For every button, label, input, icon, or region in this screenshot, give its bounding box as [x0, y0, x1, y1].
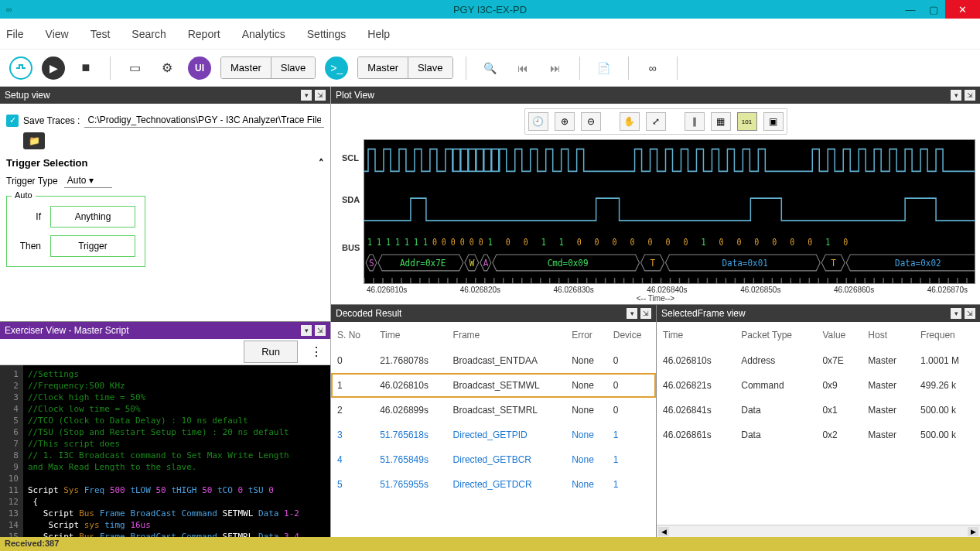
selframe-scrollbar[interactable]: ◀ ▶ — [657, 525, 980, 537]
svg-text:0: 0 — [460, 238, 465, 248]
sda-label: SDA — [342, 195, 360, 204]
svg-text:Data=0x02: Data=0x02 — [895, 257, 941, 269]
exer-dropdown-icon[interactable]: ▾ — [301, 325, 312, 336]
capture-icon[interactable] — [9, 56, 32, 80]
selframe-table[interactable]: TimePacket TypeValueHostFrequen 46.02681… — [657, 322, 980, 447]
svg-text:T: T — [831, 257, 836, 269]
svg-text:1: 1 — [395, 238, 400, 248]
role1-master[interactable]: Master — [221, 57, 271, 78]
menu-file[interactable]: File — [6, 28, 24, 40]
ui-badge[interactable]: UI — [188, 56, 211, 80]
table-row[interactable]: 46.026810sAddress0x7EMaster1.0001 M — [657, 348, 980, 373]
svg-text:1: 1 — [825, 238, 830, 248]
time-axis: 46.026810s46.026820s46.026830s46.026840s… — [336, 284, 975, 294]
maximize-button[interactable]: ▢ — [922, 0, 945, 19]
close-button[interactable]: ✕ — [945, 0, 980, 19]
gear-icon[interactable]: ⚙ — [155, 56, 179, 80]
auto-trigger-box: Auto If Anything Then Trigger — [6, 196, 145, 267]
collapse-icon[interactable]: ˄ — [319, 157, 324, 169]
scroll-right-icon[interactable]: ▶ — [968, 527, 978, 536]
table-row[interactable]: 46.026861sData0x2Master500.00 k — [657, 423, 980, 447]
svg-text:W: W — [470, 257, 475, 269]
menu-search[interactable]: Search — [131, 28, 166, 40]
terminal-icon[interactable]: >_ — [325, 56, 348, 80]
device-icon[interactable]: ▭ — [123, 56, 146, 80]
document-icon[interactable]: 📄 — [592, 56, 616, 80]
plot-dropdown-icon[interactable]: ▾ — [951, 90, 961, 101]
zoom-out-icon[interactable]: ⊖ — [581, 112, 601, 131]
if-value[interactable]: Anything — [50, 206, 135, 228]
svg-text:0: 0 — [790, 238, 794, 248]
svg-text:0: 0 — [442, 238, 446, 248]
decoded-pin-icon[interactable]: ⇲ — [640, 308, 651, 319]
search-icon[interactable]: 🔍 — [479, 56, 502, 80]
selframe-dropdown-icon[interactable]: ▾ — [951, 308, 961, 319]
then-value[interactable]: Trigger — [50, 235, 135, 257]
table-row[interactable]: 146.026810sBroadcast_SETMWLNone0 — [331, 373, 656, 398]
trigger-type-select[interactable]: Auto ▾ — [64, 173, 112, 188]
zoom-in-icon[interactable]: ⊕ — [555, 112, 575, 131]
role-toggle-2[interactable]: Master Slave — [357, 56, 452, 79]
grid-icon[interactable]: ▦ — [711, 112, 731, 131]
table-row[interactable]: 46.026841sData0x1Master500.00 k — [657, 398, 980, 423]
svg-text:0: 0 — [772, 238, 777, 248]
save-traces-checkbox[interactable]: ✓ — [6, 115, 19, 127]
svg-text:1: 1 — [701, 238, 705, 248]
decoded-header: Decoded Result ▾ ⇲ — [331, 305, 656, 322]
table-row[interactable]: 551.765955sDirected_GETDCRNone1 — [331, 472, 656, 497]
play-icon[interactable]: ▶ — [42, 56, 65, 80]
role2-master[interactable]: Master — [358, 57, 408, 78]
menu-report[interactable]: Report — [188, 28, 220, 40]
script-editor[interactable]: 1 2 3 4 5 6 7 8 9 10 11 12 13 14 15 16 /… — [0, 365, 330, 537]
zoom-time-icon[interactable]: 🕘 — [528, 112, 548, 131]
svg-text:0: 0 — [470, 238, 474, 248]
kebab-menu-icon[interactable]: ⋮ — [302, 344, 330, 359]
scroll-left-icon[interactable]: ◀ — [658, 527, 669, 536]
bus-decode-icon[interactable]: 101 — [737, 112, 757, 131]
svg-text:T: T — [650, 257, 656, 269]
add-folder-button[interactable]: 📁 — [23, 132, 45, 149]
link-icon[interactable]: ∞ — [641, 56, 664, 80]
role2-slave[interactable]: Slave — [408, 57, 452, 78]
table-row[interactable]: 246.026899sBroadcast_SETMRLNone0 — [331, 398, 656, 423]
pan-icon[interactable]: ✋ — [620, 112, 640, 131]
trace-path-input[interactable] — [84, 113, 324, 128]
svg-text:Data=0x01: Data=0x01 — [722, 257, 767, 269]
table-row[interactable]: 351.765618sDirected_GETPIDNone1 — [331, 423, 656, 447]
svg-text:A: A — [483, 257, 489, 269]
role1-slave[interactable]: Slave — [271, 57, 316, 78]
setup-dropdown-icon[interactable]: ▾ — [301, 90, 312, 101]
skip-fwd-icon[interactable]: ⏭ — [544, 56, 567, 80]
table-row[interactable]: 451.765849sDirected_GETBCRNone1 — [331, 447, 656, 472]
auto-legend: Auto — [12, 190, 36, 200]
status-text: Received:387 — [5, 539, 59, 548]
decoded-dropdown-icon[interactable]: ▾ — [627, 308, 637, 319]
menu-help[interactable]: Help — [367, 28, 390, 40]
table-row[interactable]: 46.026821sCommand0x9Master499.26 k — [657, 373, 980, 398]
setup-view-body: ✓ Save Traces : 📁 Trigger Selection ˄ Tr… — [0, 104, 330, 322]
setup-pin-icon[interactable]: ⇲ — [315, 90, 326, 101]
minimize-button[interactable]: — — [899, 0, 922, 19]
popout-icon[interactable]: ▣ — [763, 112, 784, 131]
svg-text:S: S — [369, 257, 374, 269]
run-button[interactable]: Run — [244, 341, 298, 363]
menu-test[interactable]: Test — [90, 28, 111, 40]
fit-icon[interactable]: ⤢ — [646, 112, 666, 131]
table-row[interactable]: 021.768078sBroadcast_ENTDAANone0 — [331, 348, 656, 373]
svg-text:1: 1 — [367, 238, 372, 248]
save-traces-label: Save Traces : — [23, 115, 80, 126]
folder-icon[interactable]: ■ — [74, 56, 97, 80]
skip-back-icon[interactable]: ⏮ — [511, 56, 534, 80]
cursor-icon[interactable]: ∥ — [685, 112, 705, 131]
menu-analytics[interactable]: Analytics — [242, 28, 285, 40]
waveform-canvas[interactable]: 1111111000000100110000000100000010SAddr=… — [364, 139, 975, 284]
plot-pin-icon[interactable]: ⇲ — [965, 90, 975, 101]
menu-view[interactable]: View — [46, 28, 69, 40]
selframe-pin-icon[interactable]: ⇲ — [965, 308, 975, 319]
exer-pin-icon[interactable]: ⇲ — [315, 325, 326, 336]
menu-settings[interactable]: Settings — [307, 28, 347, 40]
decoded-table[interactable]: S. NoTimeFrameErrorDevice 021.768078sBro… — [331, 322, 656, 497]
role-toggle-1[interactable]: Master Slave — [220, 56, 316, 79]
selframe-header: SelectedFrame view ▾ ⇲ — [657, 305, 980, 322]
svg-text:1: 1 — [488, 238, 493, 248]
